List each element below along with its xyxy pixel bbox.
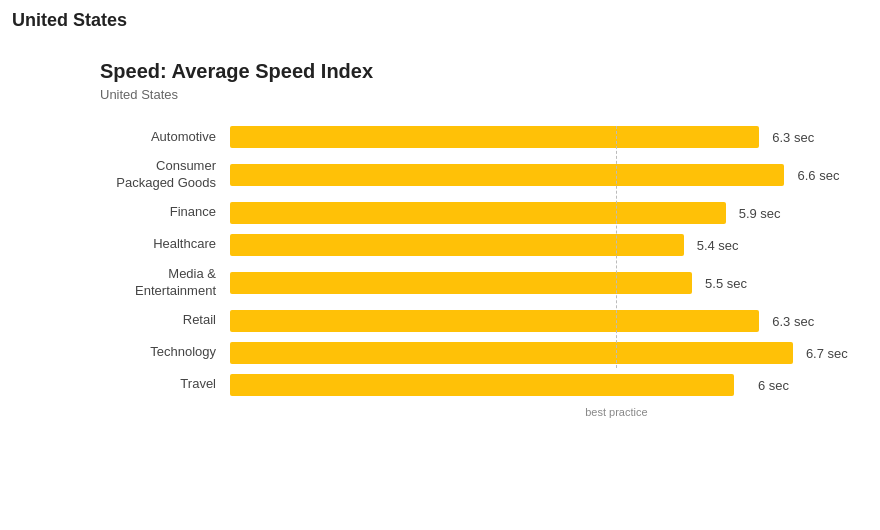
bars-wrapper: Automotive6.3 secConsumerPackaged Goods6… bbox=[100, 126, 860, 396]
bar-row: Finance5.9 sec bbox=[100, 202, 860, 224]
bar-label: Healthcare bbox=[100, 236, 230, 253]
bar-fill: 6.7 sec bbox=[230, 342, 793, 364]
page-title: United States bbox=[12, 10, 127, 31]
bar-row: Retail6.3 sec bbox=[100, 310, 860, 332]
bar-row: Automotive6.3 sec bbox=[100, 126, 860, 148]
bar-value: 6.3 sec bbox=[772, 130, 814, 145]
bar-track: 6.7 sec bbox=[230, 342, 860, 364]
bar-label: Technology bbox=[100, 344, 230, 361]
bar-label: Finance bbox=[100, 204, 230, 221]
bar-track: 6.3 sec bbox=[230, 310, 860, 332]
bar-value: 6.7 sec bbox=[806, 345, 848, 360]
bar-label: Media &Entertainment bbox=[100, 266, 230, 300]
bar-track: 5.5 sec bbox=[230, 272, 860, 294]
bar-value: 6.3 sec bbox=[772, 313, 814, 328]
bar-label: ConsumerPackaged Goods bbox=[100, 158, 230, 192]
bar-row: Media &Entertainment5.5 sec bbox=[100, 266, 860, 300]
best-practice-label: best practice bbox=[585, 406, 647, 418]
bar-label: Automotive bbox=[100, 129, 230, 146]
bar-row: ConsumerPackaged Goods6.6 sec bbox=[100, 158, 860, 192]
bar-label: Retail bbox=[100, 312, 230, 329]
bar-track: 5.9 sec bbox=[230, 202, 860, 224]
bar-fill: 6.6 sec bbox=[230, 164, 784, 186]
bar-track: 6 sec bbox=[230, 374, 860, 396]
bar-track: 6.3 sec bbox=[230, 126, 860, 148]
bar-value: 6 sec bbox=[758, 377, 789, 392]
bar-fill: 6.3 sec bbox=[230, 126, 759, 148]
bar-value: 6.6 sec bbox=[797, 167, 839, 182]
bar-value: 5.9 sec bbox=[739, 205, 781, 220]
bar-track: 5.4 sec bbox=[230, 234, 860, 256]
bar-value: 5.5 sec bbox=[705, 275, 747, 290]
bar-fill: 6 sec bbox=[230, 374, 734, 396]
bar-row: Healthcare5.4 sec bbox=[100, 234, 860, 256]
chart-subtitle: United States bbox=[100, 87, 860, 102]
bar-track: 6.6 sec bbox=[230, 164, 860, 186]
bar-fill: 5.4 sec bbox=[230, 234, 684, 256]
bar-fill: 5.9 sec bbox=[230, 202, 726, 224]
bar-fill: 5.5 sec bbox=[230, 272, 692, 294]
chart-container: Speed: Average Speed Index United States… bbox=[100, 60, 860, 510]
bar-label: Travel bbox=[100, 376, 230, 393]
chart-title: Speed: Average Speed Index bbox=[100, 60, 860, 83]
bar-row: Travel6 sec bbox=[100, 374, 860, 396]
bar-value: 5.4 sec bbox=[697, 237, 739, 252]
bar-row: Technology6.7 sec bbox=[100, 342, 860, 364]
bar-fill: 6.3 sec bbox=[230, 310, 759, 332]
